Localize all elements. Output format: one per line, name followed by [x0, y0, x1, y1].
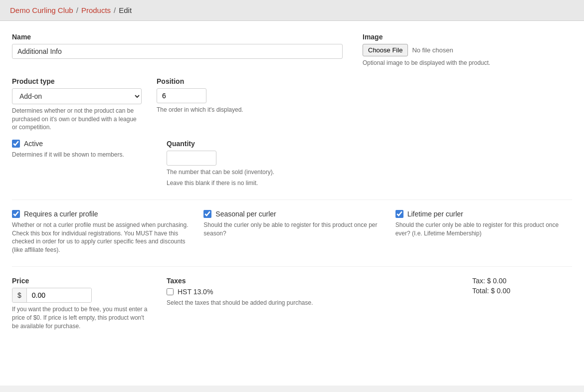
seasonal-curler-helper: Should the curler only be able to regist…: [203, 221, 380, 238]
image-label: Image: [363, 33, 572, 41]
active-quantity-row: Active Determines if it will be shown to…: [12, 140, 572, 188]
price-helper: If you want the product to be free, you …: [12, 305, 152, 330]
image-section: Image Choose File No file chosen Optiona…: [363, 33, 572, 67]
file-choose-row: Choose File No file chosen: [363, 44, 572, 56]
breadcrumb-sep1: /: [76, 6, 78, 14]
name-label: Name: [12, 33, 343, 41]
seasonal-per-curler-section: Seasonal per curler Should the curler on…: [203, 210, 380, 254]
active-checkbox-row: Active: [12, 140, 152, 148]
total-label: Total:: [472, 287, 489, 295]
taxes-helper: Select the taxes that should be added du…: [167, 299, 457, 307]
product-type-helper: Determines whether or not the product ca…: [12, 107, 142, 132]
taxes-label: Taxes: [167, 277, 457, 285]
seasonal-curler-label: Seasonal per curler: [215, 210, 276, 218]
requires-curler-checkbox[interactable]: [12, 210, 20, 218]
active-checkbox[interactable]: [12, 140, 20, 148]
lifetime-curler-helper: Should the curler only be able to regist…: [395, 221, 572, 238]
quantity-label: Quantity: [167, 140, 572, 148]
requires-curler-helper: Whether or not a curler profile must be …: [12, 221, 189, 254]
active-section: Active Determines if it will be shown to…: [12, 140, 152, 188]
quantity-helper-line1: The number that can be sold (inventory).: [167, 168, 572, 177]
lifetime-per-curler-section: Lifetime per curler Should the curler on…: [395, 210, 572, 254]
active-label: Active: [24, 140, 43, 148]
image-helper: Optional image to be displayed with the …: [363, 59, 572, 67]
breadcrumb-current: Edit: [119, 6, 132, 14]
price-taxes-section: Price $ If you want the product to be fr…: [12, 266, 572, 330]
tax-line: Tax: $ 0.00: [472, 277, 572, 285]
lifetime-curler-label: Lifetime per curler: [407, 210, 463, 218]
hst-checkbox[interactable]: [167, 288, 174, 295]
taxes-section: Taxes HST 13.0% Select the taxes that sh…: [167, 277, 457, 330]
quantity-section: Quantity The number that can be sold (in…: [167, 140, 572, 188]
requires-curler-section: Requires a curler profile Whether or not…: [12, 210, 189, 254]
breadcrumb-org-link[interactable]: Demo Curling Club: [10, 6, 73, 14]
position-input[interactable]: [157, 88, 206, 103]
lifetime-curler-checkbox[interactable]: [395, 210, 403, 218]
name-image-section: Name Image Choose File No file chosen Op…: [12, 33, 572, 67]
position-section: Position The order in which it's display…: [157, 77, 246, 132]
price-section: Price $ If you want the product to be fr…: [12, 277, 152, 330]
tax-total-section: Tax: $ 0.00 Total: $ 0.00: [472, 277, 572, 330]
seasonal-curler-checkbox[interactable]: [203, 210, 211, 218]
product-type-position-row: Product type Add-on Standalone Bundled D…: [12, 77, 572, 132]
name-input[interactable]: [12, 44, 343, 59]
quantity-input[interactable]: [167, 151, 216, 166]
no-file-text: No file chosen: [412, 46, 453, 54]
position-label: Position: [157, 77, 246, 85]
breadcrumb-sep2: /: [114, 6, 116, 14]
dollar-prefix: $: [12, 288, 27, 302]
breadcrumb: Demo Curling Club / Products / Edit: [0, 0, 584, 21]
choose-file-button[interactable]: Choose File: [363, 44, 408, 56]
hst-label: HST 13.0%: [178, 288, 213, 296]
requires-curler-row: Requires a curler profile: [12, 210, 189, 218]
active-helper: Determines if it will be shown to member…: [12, 151, 152, 159]
price-input[interactable]: [27, 288, 91, 302]
quantity-helper-line2: Leave this blank if there is no limit.: [167, 179, 572, 188]
lifetime-curler-row: Lifetime per curler: [395, 210, 572, 218]
hst-row: HST 13.0%: [167, 288, 457, 296]
tax-label: Tax:: [472, 277, 485, 285]
name-section: Name: [12, 33, 343, 67]
position-helper: The order in which it's displayed.: [157, 106, 246, 114]
product-type-dropdown[interactable]: Add-on Standalone Bundled: [12, 88, 142, 104]
price-input-wrap: $: [12, 288, 92, 303]
product-type-section: Product type Add-on Standalone Bundled D…: [12, 77, 142, 132]
tax-value: $ 0.00: [487, 277, 507, 285]
breadcrumb-products-link[interactable]: Products: [81, 6, 111, 14]
requires-curler-label: Requires a curler profile: [24, 210, 98, 218]
total-line: Total: $ 0.00: [472, 287, 572, 295]
product-type-label: Product type: [12, 77, 142, 85]
seasonal-curler-row: Seasonal per curler: [203, 210, 380, 218]
total-value: $ 0.00: [491, 287, 510, 295]
price-label: Price: [12, 277, 152, 285]
checkboxes-three-col: Requires a curler profile Whether or not…: [12, 199, 572, 254]
main-content: Name Image Choose File No file chosen Op…: [0, 21, 584, 386]
